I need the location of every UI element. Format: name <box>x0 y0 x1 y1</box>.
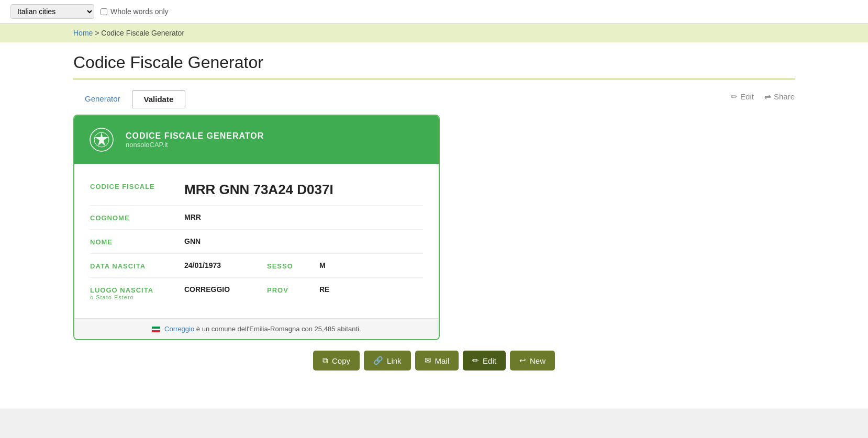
cognome-value: MRR <box>184 213 201 221</box>
codice-fiscale-row: CODICE FISCALE MRR GNN 73A24 D037I <box>90 174 423 206</box>
cognome-row: COGNOME MRR <box>90 206 423 230</box>
italy-flag-icon <box>152 327 160 332</box>
breadcrumb: Home > Codice Fiscale Generator <box>0 24 868 42</box>
sesso-section: SESSO M <box>267 261 423 270</box>
card-body: CODICE FISCALE MRR GNN 73A24 D037I COGNO… <box>74 164 439 318</box>
edit-icon: ✏ <box>731 92 738 102</box>
breadcrumb-current: Codice Fiscale Generator <box>101 29 184 37</box>
nome-label: NOME <box>90 237 174 246</box>
card-footer: Correggio è un comune dell'Emilia-Romagn… <box>74 318 439 339</box>
nome-value: GNN <box>184 237 201 245</box>
card-header-text: CODICE FISCALE GENERATOR nonsoloCAP.it <box>126 131 264 149</box>
whole-words-text: Whole words only <box>110 7 169 16</box>
sesso-label: SESSO <box>267 261 309 270</box>
tabs: Generator Validate <box>73 90 185 108</box>
prov-value: RE <box>319 285 329 294</box>
toolbar-right: ✏ Edit ⇌ Share <box>731 92 795 102</box>
data-nascita-label: DATA NASCITA <box>90 261 174 270</box>
data-nascita-section: DATA NASCITA 24/01/1973 <box>90 261 246 270</box>
breadcrumb-separator: > <box>95 29 99 37</box>
new-button[interactable]: ↩ New <box>510 351 555 370</box>
action-buttons: ⧉ Copy 🔗 Link ✉ Mail ✏ Edit ↩ New <box>73 351 795 370</box>
link-icon: 🔗 <box>373 356 383 365</box>
nome-row: NOME GNN <box>90 230 423 254</box>
edit-button[interactable]: ✏ Edit <box>463 351 506 370</box>
mail-icon: ✉ <box>425 356 431 365</box>
main-content: Codice Fiscale Generator Generator Valid… <box>0 42 868 409</box>
share-icon: ⇌ <box>764 92 771 102</box>
prov-section: PROV RE <box>267 285 423 300</box>
new-icon: ↩ <box>519 356 526 365</box>
edit-link[interactable]: ✏ Edit <box>731 92 754 102</box>
share-link[interactable]: ⇌ Share <box>764 92 795 102</box>
footer-description: è un comune dell'Emilia-Romagna con 25,4… <box>196 325 361 333</box>
luogo-nascita-section: LUOGO NASCITA o Stato Estero CORREGGIO <box>90 285 246 300</box>
city-select[interactable]: Italian cities <box>10 4 94 19</box>
page-title: Codice Fiscale Generator <box>73 53 795 80</box>
breadcrumb-home[interactable]: Home <box>73 29 93 37</box>
edit-btn-icon: ✏ <box>472 356 479 365</box>
copy-icon: ⧉ <box>322 356 328 365</box>
luogo-nascita-value: CORREGGIO <box>184 285 230 294</box>
nascita-sesso-row: DATA NASCITA 24/01/1973 SESSO M <box>90 254 423 278</box>
correggio-link[interactable]: Correggio <box>164 325 194 333</box>
luogo-nascita-sublabel: o Stato Estero <box>90 294 174 300</box>
codice-fiscale-card: CODICE FISCALE GENERATOR nonsoloCAP.it C… <box>73 115 440 340</box>
cognome-label: COGNOME <box>90 213 174 222</box>
tabs-row: Generator Validate ✏ Edit ⇌ Share <box>73 90 795 108</box>
sesso-value: M <box>319 261 326 269</box>
prov-label: PROV <box>267 285 309 294</box>
card-logo <box>87 125 116 154</box>
top-bar: Italian cities Whole words only <box>0 0 868 24</box>
luogo-prov-row: LUOGO NASCITA o Stato Estero CORREGGIO P… <box>90 278 423 308</box>
card-title: CODICE FISCALE GENERATOR <box>126 131 264 141</box>
tab-generator[interactable]: Generator <box>73 90 132 108</box>
whole-words-label: Whole words only <box>101 7 169 16</box>
codice-fiscale-value: MRR GNN 73A24 D037I <box>184 182 333 198</box>
link-button[interactable]: 🔗 Link <box>364 351 411 370</box>
luogo-nascita-label: LUOGO NASCITA o Stato Estero <box>90 285 174 300</box>
italy-emblem-icon <box>88 127 115 153</box>
data-nascita-value: 24/01/1973 <box>184 261 221 269</box>
copy-button[interactable]: ⧉ Copy <box>313 351 360 370</box>
tab-validate[interactable]: Validate <box>132 90 186 108</box>
mail-button[interactable]: ✉ Mail <box>415 351 459 370</box>
whole-words-checkbox[interactable] <box>101 8 107 15</box>
codice-fiscale-label: CODICE FISCALE <box>90 182 174 190</box>
card-subtitle: nonsoloCAP.it <box>126 141 264 149</box>
card-header: CODICE FISCALE GENERATOR nonsoloCAP.it <box>74 116 439 164</box>
